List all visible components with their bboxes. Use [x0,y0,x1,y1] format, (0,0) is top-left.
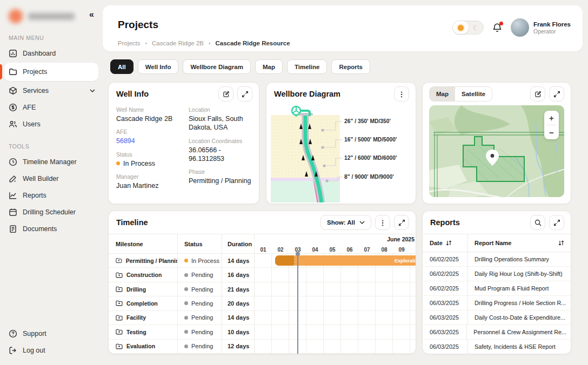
expand-button[interactable] [237,86,252,102]
sort-icon [446,240,452,246]
sidebar-item-logout[interactable]: Log out [0,342,103,359]
sidebar: « MAIN MENU Dashboard Projects Services … [0,0,103,365]
milestone-row-drilling[interactable]: Drilling Pending 21 days [109,282,416,296]
sidebar-item-well-builder[interactable]: Well Builder [0,170,103,187]
notifications-button[interactable] [492,23,502,33]
tab-reports[interactable]: Reports [331,59,370,74]
afe-link[interactable]: 56894 [116,137,182,145]
report-date: 06/02/2025 [430,285,459,292]
tab-well-info[interactable]: Well Info [138,59,179,74]
milestone-row-construction[interactable]: Construction Pending 16 days [109,268,416,282]
reports-expand-button[interactable] [549,215,564,230]
map-toggle-map[interactable]: Map [430,87,455,101]
sidebar-item-label: Services [23,87,49,94]
tab-timeline[interactable]: Timeline [287,59,327,74]
col-date-sort[interactable]: Date [423,234,468,252]
folder-plus-icon [116,272,123,278]
theme-toggle[interactable]: ☾ [452,21,484,35]
milestone-row-permitting[interactable]: Permitting / Planning In Process 14 days… [109,254,416,268]
report-row[interactable]: 06/03/2025 Personnel & Crew Assignment R… [423,325,571,340]
kebab-icon: ⋮ [398,91,405,98]
sidebar-item-reports[interactable]: Reports [0,187,103,204]
logo-text-blurred [28,13,75,20]
timeline-expand-button[interactable] [394,215,409,230]
col-milestone: Milestone [109,234,178,253]
dollar-circle-icon [9,103,17,112]
tab-map[interactable]: Map [255,59,283,74]
avatar [511,18,529,37]
app-logo: « [0,0,103,24]
day-label: 05 [324,247,341,253]
report-date: 06/03/2025 [430,329,459,335]
sidebar-item-documents[interactable]: Documents [0,220,103,237]
sidebar-item-afe[interactable]: AFE [0,99,103,116]
report-name: Drilling Operations Summary [475,256,549,262]
milestone-row-evaluation[interactable]: Evaluation Pending 12 days [109,340,416,354]
timeline-table: Milestone Status Duration June 2025 01 0… [109,234,416,354]
kebab-icon: ⋮ [379,219,386,226]
map-canvas[interactable]: + − [429,105,564,197]
gantt-header: June 2025 01 02 03 04 05 06 07 08 09 10 [255,234,416,253]
report-date: 06/02/2025 [430,256,459,262]
sidebar-item-dashboard[interactable]: Dashboard [0,45,103,62]
wellbore-diagram-card: Wellbore Diagram ⋮ [266,82,416,204]
gantt-row [255,325,416,339]
gantt-row [255,268,416,281]
col-name-sort[interactable]: Report Name [468,234,571,252]
milestone-row-testing[interactable]: Testing Pending 10 days [109,325,416,339]
notification-badge [499,22,503,25]
edit-map-button[interactable] [530,86,545,102]
zoom-in-button[interactable]: + [544,111,559,125]
expand-icon [553,91,560,98]
tab-wellbore-diagram[interactable]: Wellbore Diagram [183,59,251,74]
milestone-duration: 20 days [228,300,249,307]
sidebar-collapse-icon[interactable]: « [89,10,94,19]
more-options-button[interactable]: ⋮ [394,86,409,102]
report-row[interactable]: 06/02/2025 Daily Rig Hour Log (Shift-by-… [423,267,571,281]
tab-all[interactable]: All [110,59,133,74]
map-toggle-satellite[interactable]: Satellite [455,87,492,101]
milestone-status: Pending [191,300,213,307]
milestone-name: Drilling [126,286,146,293]
breadcrumb-well[interactable]: Cascade Ridge 2B [152,40,204,46]
report-row[interactable]: 06/02/2025 Drilling Operations Summary [423,252,571,267]
user-menu[interactable]: Frank Flores Operator [511,18,571,37]
reports-table: Date Report Name 06/02/2025 Drilling Ope… [423,234,571,354]
day-label: 01 [255,247,272,253]
milestone-row-facility[interactable]: Facility Pending 14 days [109,311,416,325]
search-icon [534,219,542,226]
report-row[interactable]: 06/02/2025 Mud Program & Fluid Report [423,281,571,296]
sidebar-item-projects[interactable]: Projects [4,63,98,81]
status-value: In Process [123,159,155,168]
day-label: 04 [306,247,324,253]
timeline-title: Timeline [116,218,148,227]
timeline-more-button[interactable]: ⋮ [375,215,390,230]
col-name-label: Report Name [475,240,511,246]
today-marker-dot [296,252,300,256]
report-row[interactable]: 06/03/2025 Safety, Incidents & HSE Repor… [423,340,571,354]
sidebar-item-services[interactable]: Services [0,82,103,99]
sidebar-item-drilling-scheduler[interactable]: Drilling Scheduler [0,204,103,220]
sidebar-item-label: Projects [23,68,47,76]
status-dot [184,273,188,277]
clock-icon [9,158,17,166]
sidebar-item-support[interactable]: Support [0,325,103,342]
gantt-month-label: June 2025 [387,236,415,242]
col-date-label: Date [430,240,443,246]
page-title: Projects [118,19,158,31]
expand-map-button[interactable] [549,86,564,102]
edit-button[interactable] [218,86,233,102]
report-row[interactable]: 06/03/2025 Daily Cost-to-Date & Expendit… [423,310,571,325]
milestone-row-completion[interactable]: Completion Pending 20 days [109,296,416,310]
user-role: Operator [533,28,571,35]
zoom-out-button[interactable]: − [544,125,559,139]
well-info-title: Well Info [116,90,149,98]
show-filter-dropdown[interactable]: Show: All [320,215,371,230]
sidebar-item-timeline-manager[interactable]: Timeline Manager [0,153,103,170]
milestone-duration: 14 days [228,314,249,321]
sidebar-item-users[interactable]: Users [0,116,103,132]
breadcrumb-projects[interactable]: Projects [118,40,141,46]
report-row[interactable]: 06/03/2025 Drilling Progress / Hole Sect… [423,296,571,310]
sidebar-item-label: Documents [23,225,57,233]
reports-search-button[interactable] [530,215,545,230]
